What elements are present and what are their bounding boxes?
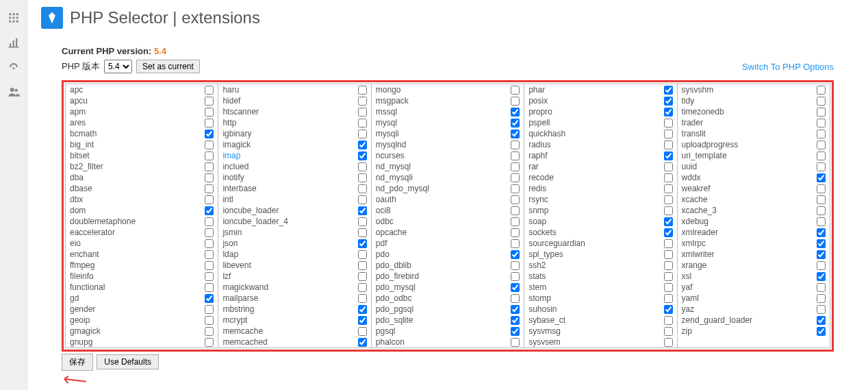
ext-checkbox-rsync[interactable] (664, 195, 673, 204)
ext-checkbox-uri_template[interactable] (817, 151, 826, 160)
ext-checkbox-yaz[interactable] (817, 305, 826, 314)
ext-checkbox-pgsql[interactable] (511, 327, 520, 336)
ext-checkbox-big_int[interactable] (205, 141, 214, 149)
ext-checkbox-uuid[interactable] (817, 162, 826, 171)
ext-checkbox-pdo_sqlite[interactable] (511, 316, 520, 325)
ext-checkbox-gender[interactable] (205, 305, 214, 314)
ext-checkbox-gmagick[interactable] (205, 327, 214, 336)
ext-checkbox-apc[interactable] (205, 86, 214, 95)
ext-checkbox-nd_pdo_mysql[interactable] (511, 184, 520, 193)
ext-checkbox-gnupg[interactable] (205, 338, 214, 347)
ext-checkbox-pdo_firebird[interactable] (511, 272, 520, 281)
ext-checkbox-phalcon[interactable] (511, 338, 520, 347)
ext-checkbox-xcache[interactable] (817, 195, 826, 204)
ext-checkbox-ncurses[interactable] (511, 151, 520, 160)
ext-checkbox-sybase_ct[interactable] (664, 316, 673, 325)
ext-checkbox-ldap[interactable] (358, 250, 367, 259)
ext-checkbox-json[interactable] (358, 239, 367, 248)
ext-checkbox-apm[interactable] (205, 108, 214, 117)
ext-checkbox-mysql[interactable] (511, 119, 520, 127)
ext-checkbox-apcu[interactable] (205, 97, 214, 106)
ext-checkbox-propro[interactable] (664, 108, 673, 117)
ext-checkbox-inotify[interactable] (358, 173, 367, 182)
ext-checkbox-stats[interactable] (664, 272, 673, 281)
ext-checkbox-redis[interactable] (664, 184, 673, 193)
ext-checkbox-pdo_mysql[interactable] (511, 283, 520, 292)
ext-checkbox-xsl[interactable] (817, 272, 826, 281)
ext-checkbox-dom[interactable] (205, 206, 214, 215)
ext-checkbox-igbinary[interactable] (358, 130, 367, 138)
ext-checkbox-xrange[interactable] (817, 261, 826, 270)
ext-checkbox-jsmin[interactable] (358, 228, 367, 237)
ext-checkbox-xmlreader[interactable] (817, 228, 826, 237)
ext-checkbox-sysvmsg[interactable] (664, 327, 673, 336)
apps-icon[interactable] (0, 5, 27, 30)
ext-checkbox-dba[interactable] (205, 173, 214, 182)
ext-checkbox-mssql[interactable] (511, 108, 520, 117)
ext-checkbox-timezonedb[interactable] (817, 108, 826, 117)
ext-checkbox-mcrypt[interactable] (358, 316, 367, 325)
ext-checkbox-inclued[interactable] (358, 162, 367, 171)
stats-icon[interactable] (0, 30, 27, 55)
ext-checkbox-bcmath[interactable] (205, 130, 214, 138)
ext-checkbox-sockets[interactable] (664, 228, 673, 237)
ext-checkbox-msgpack[interactable] (511, 97, 520, 106)
ext-checkbox-mongo[interactable] (511, 86, 520, 95)
ext-checkbox-sourceguardian[interactable] (664, 239, 673, 248)
ext-checkbox-bz2_filter[interactable] (205, 162, 214, 171)
ext-checkbox-mysqlnd[interactable] (511, 141, 520, 149)
ext-checkbox-ssh2[interactable] (664, 261, 673, 270)
users-icon[interactable] (0, 80, 27, 104)
php-version-select[interactable]: 5.4 (104, 60, 132, 73)
ext-checkbox-memcached[interactable] (358, 338, 367, 347)
ext-checkbox-zip[interactable] (817, 327, 826, 336)
ext-checkbox-memcache[interactable] (358, 327, 367, 336)
ext-checkbox-intl[interactable] (358, 195, 367, 204)
ext-checkbox-stem[interactable] (664, 283, 673, 292)
ext-checkbox-yaf[interactable] (817, 283, 826, 292)
ext-checkbox-rar[interactable] (664, 162, 673, 171)
ext-checkbox-pdo_pgsql[interactable] (511, 305, 520, 314)
ext-checkbox-translit[interactable] (817, 130, 826, 138)
ext-checkbox-geoip[interactable] (205, 316, 214, 325)
ext-checkbox-lzf[interactable] (358, 272, 367, 281)
ext-checkbox-functional[interactable] (205, 283, 214, 292)
ext-checkbox-xdebug[interactable] (817, 217, 826, 226)
ext-checkbox-oci8[interactable] (511, 206, 520, 215)
ext-checkbox-mbstring[interactable] (358, 305, 367, 314)
ext-checkbox-wddx[interactable] (817, 173, 826, 182)
ext-checkbox-pdo[interactable] (511, 250, 520, 259)
ext-checkbox-bitset[interactable] (205, 151, 214, 160)
ext-checkbox-oauth[interactable] (511, 195, 520, 204)
ext-checkbox-quickhash[interactable] (664, 130, 673, 138)
ext-checkbox-yaml[interactable] (817, 294, 826, 303)
ext-checkbox-fileinfo[interactable] (205, 272, 214, 281)
ext-checkbox-eio[interactable] (205, 239, 214, 248)
ext-checkbox-sysvshm[interactable] (817, 86, 826, 95)
ext-checkbox-radius[interactable] (664, 141, 673, 149)
ext-checkbox-ioncube_loader_4[interactable] (358, 217, 367, 226)
ext-checkbox-pspell[interactable] (664, 119, 673, 127)
ext-checkbox-ioncube_loader[interactable] (358, 206, 367, 215)
ext-checkbox-mysqli[interactable] (511, 130, 520, 138)
ext-checkbox-libevent[interactable] (358, 261, 367, 270)
ext-checkbox-mailparse[interactable] (358, 294, 367, 303)
ext-checkbox-zend_guard_loader[interactable] (817, 316, 826, 325)
ext-checkbox-imagick[interactable] (358, 141, 367, 149)
ext-checkbox-magickwand[interactable] (358, 283, 367, 292)
ext-checkbox-imap[interactable] (358, 151, 367, 160)
ext-checkbox-xmlrpc[interactable] (817, 239, 826, 248)
ext-checkbox-pdo_odbc[interactable] (511, 294, 520, 303)
ext-checkbox-dbx[interactable] (205, 195, 214, 204)
ext-checkbox-dbase[interactable] (205, 184, 214, 193)
ext-checkbox-doublemetaphone[interactable] (205, 217, 214, 226)
ext-checkbox-weakref[interactable] (817, 184, 826, 193)
ext-checkbox-xmlwriter[interactable] (817, 250, 826, 259)
ext-checkbox-odbc[interactable] (511, 217, 520, 226)
ext-checkbox-soap[interactable] (664, 217, 673, 226)
ext-checkbox-pdo_dblib[interactable] (511, 261, 520, 270)
ext-checkbox-http[interactable] (358, 119, 367, 127)
ext-checkbox-raphf[interactable] (664, 151, 673, 160)
ext-checkbox-ares[interactable] (205, 119, 214, 127)
ext-checkbox-pdf[interactable] (511, 239, 520, 248)
